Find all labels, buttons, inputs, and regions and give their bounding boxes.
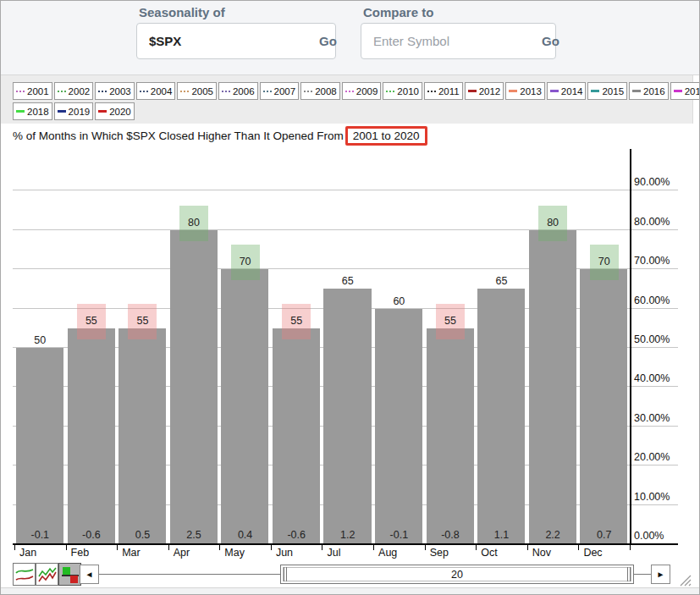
bar-mar	[119, 328, 166, 544]
plot-area: 50-0.155-0.6550.5802.5700.455-0.6651.260…	[14, 149, 630, 544]
legend-year-button-2014[interactable]: 2014	[547, 82, 587, 100]
x-tick	[117, 545, 118, 550]
bar-percent-label: 80	[527, 217, 579, 229]
y-tick-label: 70.00%	[634, 255, 670, 267]
bar-avg-change-label: 0.7	[578, 529, 630, 541]
symbol-go-button[interactable]: Go	[319, 34, 337, 48]
range-slider-thumb[interactable]: 20	[280, 565, 634, 584]
year-label: 2001	[27, 86, 49, 96]
legend-year-button-2019[interactable]: 2019	[54, 102, 94, 120]
year-line-style-icon	[509, 90, 517, 92]
legend-year-button-2001[interactable]: 2001	[13, 82, 52, 100]
x-tick	[66, 545, 67, 550]
year-label: 2008	[315, 86, 337, 96]
compare-input-box: Go	[361, 23, 556, 59]
bar-percent-label: 50	[14, 334, 66, 346]
year-line-style-icon	[140, 91, 148, 92]
x-axis-labels: JanFebMarAprMayJunJulAugSepOctNovDec	[14, 545, 641, 560]
left-arrow-icon: ◄	[85, 570, 94, 579]
month-label-dec: Dec	[583, 547, 602, 559]
bar-avg-change-label: -0.6	[66, 529, 118, 541]
year-label: 2007	[274, 86, 296, 96]
legend-year-button-2017[interactable]: 2017	[670, 82, 700, 100]
bar-avg-change-label: -0.6	[271, 529, 322, 541]
legend-year-button-2008[interactable]: 2008	[300, 82, 340, 100]
legend-year-button-2006[interactable]: 2006	[218, 82, 258, 100]
bar-apr	[170, 230, 218, 544]
chart-type-smooth-lines-button[interactable]	[13, 563, 36, 586]
smooth-lines-icon	[14, 565, 35, 584]
year-line-style-icon	[16, 91, 25, 92]
bar-avg-change-label: -0.1	[14, 529, 66, 541]
year-label: 2013	[520, 86, 542, 96]
y-tick-label: 60.00%	[634, 295, 670, 306]
legend-year-button-2015[interactable]: 2015	[587, 82, 627, 100]
legend-year-button-2009[interactable]: 2009	[342, 82, 382, 100]
year-line-style-icon	[16, 110, 25, 113]
compare-symbol-input[interactable]	[373, 34, 542, 48]
year-line-style-icon	[180, 91, 189, 92]
legend-year-button-2003[interactable]: 2003	[95, 82, 135, 100]
year-label: 2014	[561, 86, 583, 96]
x-tick	[168, 545, 169, 550]
legend-year-button-2012[interactable]: 2012	[465, 82, 504, 100]
month-label-jun: Jun	[276, 547, 293, 559]
scroll-left-button[interactable]: ◄	[80, 565, 99, 584]
bar-percent-label: 80	[168, 217, 220, 229]
legend-year-button-2020[interactable]: 2020	[95, 102, 135, 120]
year-line-style-icon	[98, 91, 107, 92]
bar-aug	[375, 309, 422, 544]
year-line-style-icon	[427, 91, 436, 92]
bar-percent-label: 55	[117, 315, 168, 327]
y-axis-labels: 0.00%10.00%20.00%30.00%40.00%50.00%60.00…	[634, 149, 688, 544]
legend-year-button-2011[interactable]: 2011	[424, 82, 463, 100]
bar-percent-label: 70	[578, 256, 630, 267]
symbol-input-box: Go	[136, 23, 336, 59]
scroll-right-button[interactable]: ►	[651, 565, 670, 584]
y-tick-label: 20.00%	[634, 451, 670, 463]
year-line-style-icon	[58, 91, 66, 92]
bar-percent-label: 55	[425, 315, 477, 327]
year-line-style-icon	[591, 90, 599, 92]
year-label: 2005	[191, 86, 213, 96]
legend-year-button-2013[interactable]: 2013	[505, 82, 545, 100]
bar-feb	[68, 328, 115, 544]
legend-year-button-2005[interactable]: 2005	[177, 82, 217, 100]
chart-type-jagged-lines-button[interactable]	[36, 563, 58, 586]
year-line-style-icon	[304, 91, 312, 92]
legend-year-button-2002[interactable]: 2002	[54, 82, 94, 100]
y-tick-label: 90.00%	[634, 176, 670, 188]
chart-type-seasonality-bars-button[interactable]	[58, 563, 81, 586]
year-label: 2012	[479, 86, 501, 96]
year-label: 2019	[69, 107, 91, 117]
legend-year-button-2016[interactable]: 2016	[629, 82, 669, 100]
symbol-input[interactable]	[149, 34, 319, 48]
month-label-oct: Oct	[481, 547, 497, 559]
bar-percent-label: 65	[322, 275, 373, 287]
legend-year-button-2007[interactable]: 2007	[260, 82, 300, 100]
legend-year-button-2018[interactable]: 2018	[13, 102, 52, 120]
chart-title-text: % of Months in Which $SPX Closed Higher …	[13, 129, 344, 142]
compare-go-button[interactable]: Go	[542, 34, 559, 48]
year-line-style-icon	[550, 90, 559, 92]
year-label: 2002	[69, 86, 91, 96]
bar-jun	[273, 328, 320, 544]
year-legend: 2001200220032004200520062007200820092010…	[1, 75, 693, 124]
bar-avg-change-label: 2.5	[168, 529, 220, 541]
legend-year-button-2010[interactable]: 2010	[383, 82, 422, 100]
year-line-style-icon	[632, 90, 641, 92]
bar-sep	[427, 328, 474, 544]
y-tick-label: 30.00%	[634, 412, 670, 424]
date-range-annotation-box: 2001 to 2020	[345, 126, 427, 146]
seasonality-widget: Seasonality of Go Compare to Go 20012002…	[0, 0, 700, 595]
x-tick	[476, 545, 477, 550]
legend-year-button-2004[interactable]: 2004	[136, 82, 176, 100]
year-line-style-icon	[386, 91, 394, 92]
year-label: 2003	[109, 86, 131, 96]
year-line-style-icon	[345, 91, 354, 92]
y-tick-label: 40.00%	[634, 372, 670, 384]
seasonality-bars-icon	[60, 565, 80, 585]
year-line-style-icon	[98, 110, 107, 113]
month-label-jan: Jan	[19, 547, 36, 559]
x-tick	[271, 545, 272, 550]
